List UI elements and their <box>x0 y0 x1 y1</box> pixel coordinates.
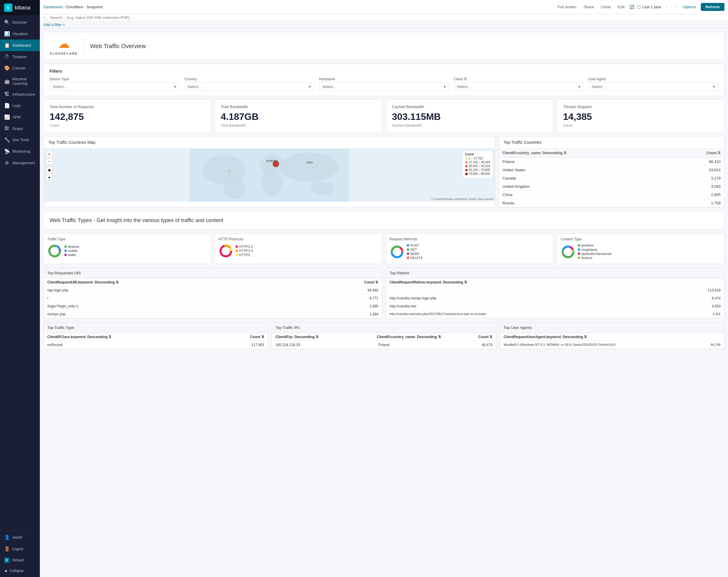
table-row: / 8,771 <box>44 294 382 302</box>
map-legend: Count 1 – 17,702 17,702 – 35,403 35,403 … <box>463 151 492 178</box>
legend-dot <box>236 254 238 256</box>
donut-label: Traffic Type <box>47 237 207 241</box>
metric-label: Total Bandwidth <box>221 104 376 109</box>
donut-legend: text/html image/jpeg application/javascr… <box>578 244 612 260</box>
donut-legend: HTTP/1.1 HTTP/1.0 HTTP/2 <box>236 245 253 257</box>
sidebar-item-visualize[interactable]: 📊 Visualize <box>0 28 40 40</box>
sidebar-item-dashboard[interactable]: 📋 Dashboard <box>0 40 40 51</box>
count-col-header[interactable]: Count ⇅ <box>250 335 264 339</box>
legend-dot <box>236 245 238 248</box>
share-button[interactable]: Share <box>581 3 596 10</box>
sidebar-item-graph[interactable]: 🕸 Graph <box>0 123 40 134</box>
donut-content: POST GET HEAD DELETE <box>390 244 550 260</box>
legend-item-3: 35,403 – 53,104 <box>465 165 490 168</box>
breadcrumb-home[interactable]: Dashboard <box>44 5 62 9</box>
country-col-header[interactable]: ClientIP.country_name: Descending ⇅ <box>502 151 567 155</box>
donut-content: HTTP/1.1 HTTP/1.0 HTTP/2 <box>218 244 379 258</box>
options-button[interactable]: Options <box>680 3 699 11</box>
infrastructure-icon: 🏗 <box>4 92 9 97</box>
map-zoom-out[interactable]: − <box>46 158 53 165</box>
agent-col-header[interactable]: ClientRequestUserAgent.keyword: Descendi… <box>504 335 587 339</box>
table-row: Russia 1,759 <box>499 199 724 207</box>
map-shape-tool[interactable]: ⬟ <box>46 167 53 173</box>
divider <box>84 37 84 55</box>
sidebar-item-label: Visualize <box>12 32 28 36</box>
search-prompt: >_ <box>44 15 48 20</box>
legend-dot <box>578 252 580 255</box>
sidebar-item-logs[interactable]: 📄 Logs <box>0 100 40 111</box>
hostname-select[interactable]: Select... ▾ <box>319 82 449 91</box>
sidebar-item-timelion[interactable]: ⏱ Timelion <box>0 51 40 62</box>
filters-row: Device Type Select... ▾ Country Select..… <box>50 77 718 91</box>
metric-value: 4.187GB <box>221 111 376 122</box>
sidebar-item-monitoring[interactable]: 📡 Monitoring <box>0 146 40 157</box>
add-filter-button[interactable]: Add a filter + <box>44 22 65 27</box>
metric-sublabel: Count <box>563 123 718 128</box>
traffic-type-col-headers: ClientIPClass.keyword: Descending ⇅ Coun… <box>44 333 268 341</box>
sidebar-item-management[interactable]: ⚙ Management <box>0 157 40 169</box>
metric-sublabel: Count <box>50 123 205 128</box>
referer-col-header[interactable]: ClientRequestReferer.keyword: Descending… <box>390 280 467 284</box>
count-col-header[interactable]: Count ⇅ <box>364 280 379 284</box>
legend-item: application/javascript <box>578 252 612 255</box>
type-col-header[interactable]: ClientIPClass.keyword: Descending ⇅ <box>47 335 111 339</box>
chevron-left-icon[interactable]: ‹ <box>664 3 670 10</box>
fullscreen-button[interactable]: Full screen <box>555 3 579 10</box>
donut-content-type: Content Type text/html <box>557 233 725 264</box>
filter-user-agent: User Agent Select... ▾ <box>588 77 718 91</box>
logout-icon: 🚪 <box>4 546 9 552</box>
sidebar-item-canvas[interactable]: 🎨 Canvas <box>0 62 40 74</box>
table-row: Poland 88,410 <box>499 158 724 166</box>
sidebar-item-label: Management <box>12 161 35 165</box>
sidebar-item-label: Default <box>12 558 24 562</box>
metric-requests: Total Number of Requests 142,875 Count <box>44 100 211 132</box>
map-zoom-in[interactable]: + <box>46 151 53 157</box>
search-input[interactable] <box>50 15 725 20</box>
metric-label: Cached Bandwidth <box>392 104 547 109</box>
sidebar-item-discover[interactable]: 🔍 Discover <box>0 17 40 28</box>
legend-item: HTTP/2 <box>236 253 253 257</box>
collapse-button[interactable]: ◀ Collapse <box>0 566 40 576</box>
count-col-header[interactable]: Count ⇅ <box>478 335 492 339</box>
sidebar-item-apm[interactable]: 📈 APM <box>0 111 40 123</box>
sidebar-item-label: Infrastructure <box>12 92 35 97</box>
svg-text:EUROPE: EUROPE <box>266 159 278 162</box>
bottom-three-tables: Top Traffic Type ClientIPClass.keyword: … <box>44 322 725 349</box>
sidebar-item-default[interactable]: D Default <box>0 555 40 566</box>
filter-client-ip: Client IP Select... ▾ <box>454 77 583 91</box>
edit-button[interactable]: Edit <box>616 3 627 10</box>
chevron-down-icon: ▾ <box>309 84 311 89</box>
legend-item: mobile <box>64 249 79 252</box>
metric-threats: Threats Stopped 14,385 Count <box>557 100 725 132</box>
user-agent-select[interactable]: Select... ▾ <box>588 82 718 91</box>
legend-item: DELETE <box>407 256 423 259</box>
chevron-right-icon[interactable]: › <box>672 3 678 10</box>
sidebar-item-label: Monitoring <box>12 149 30 154</box>
sidebar-item-label: Logout <box>12 547 23 551</box>
breadcrumb-separator: / <box>63 5 64 9</box>
country-col-header[interactable]: ClientIP.country_name: Descending ⇅ <box>377 335 476 339</box>
time-label: 🕐 Last 1 year <box>636 5 661 9</box>
clone-button[interactable]: Clone <box>598 3 613 10</box>
metric-label: Threats Stopped <box>563 104 718 109</box>
map-area[interactable]: EUROPE ASIA + − ⬟ ■ Count 1 – <box>44 149 495 202</box>
traffic-types-section-title: Web Traffic Types - Get insight into the… <box>44 211 725 230</box>
sidebar-item-infrastructure[interactable]: 🏗 Infrastructure <box>0 89 40 100</box>
client-ip-select[interactable]: Select... ▾ <box>454 82 583 91</box>
legend-item: text/html <box>578 244 612 247</box>
device-type-select[interactable]: Select... ▾ <box>50 82 180 91</box>
legend-item: POST <box>407 244 423 247</box>
count-col-header[interactable]: Count ⇅ <box>706 151 721 155</box>
map-square-tool[interactable]: ■ <box>46 174 53 180</box>
refresh-button[interactable]: Refresh <box>701 3 725 11</box>
collapse-label: Collapse <box>10 569 24 573</box>
sidebar-item-machine-learning[interactable]: 🤖 Machine Learning <box>0 74 40 89</box>
sidebar-item-elastic[interactable]: 👤 elastic <box>0 531 40 543</box>
ip-col-header[interactable]: ClientIP.ip: Descending ⇅ <box>276 335 374 339</box>
top-traffic-ips-header: Top Traffic IPs <box>272 323 496 333</box>
sidebar-item-devtools[interactable]: 🔧 Dev Tools <box>0 134 40 146</box>
country-select[interactable]: Select... ▾ <box>184 82 314 91</box>
sidebar-item-logout[interactable]: 🚪 Logout <box>0 543 40 555</box>
uri-col-header[interactable]: ClientRequestURI.keyword: Descending ⇅ <box>47 280 119 284</box>
metric-sublabel: Total Bandwidth <box>221 123 376 128</box>
